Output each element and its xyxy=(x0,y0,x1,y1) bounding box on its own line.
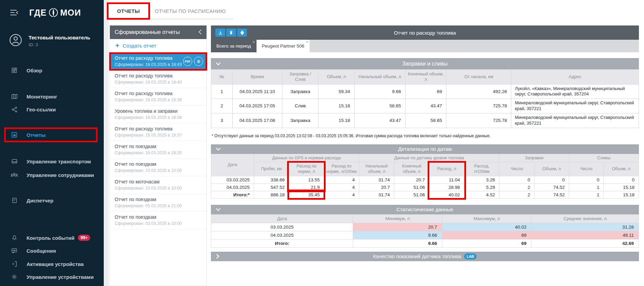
column-header: Пробег, км xyxy=(254,162,289,176)
dashboard-icon xyxy=(10,67,18,74)
collapse-panel-icon[interactable] xyxy=(198,29,202,35)
table-row: 3 04.03.2025 17:08 Заправка 15.18 43.47 … xyxy=(211,113,639,128)
table-cell: Минераловодский муниципальный округ, Ста… xyxy=(511,113,639,128)
column-header: Конечный объем, л xyxy=(405,70,446,85)
table-cell: 13.55 xyxy=(289,176,324,183)
sidebar-collapse-icon[interactable] xyxy=(10,9,18,16)
user-block[interactable]: Тестовый пользователь ID: 3 xyxy=(0,33,104,52)
sidebar-item-events[interactable]: Контроль событий 99+ xyxy=(6,231,96,245)
column-header: Число xyxy=(569,162,604,176)
sidebar-item-overview[interactable]: Обзор xyxy=(6,64,96,77)
table-cell: 886.18 xyxy=(254,191,289,198)
sidebar-item-activation[interactable]: Активация устройства xyxy=(6,257,96,271)
report-list-item[interactable]: Уровень топлива и заправки Сформирован: … xyxy=(110,106,207,123)
table-row: 03.03.2025 338.66 13.55 4 31.74 20.7 11.… xyxy=(211,176,639,183)
report-list-item[interactable]: Отчет по моточасам Сформирован: 10.03.20… xyxy=(110,176,207,194)
column-header: Минимум, л xyxy=(353,214,442,223)
employees-icon xyxy=(10,172,18,178)
print-button[interactable] xyxy=(237,29,247,37)
table-cell: 15.18 xyxy=(604,191,639,198)
section-fuel-events: Заправки и сливы № Время Заправка / Слив… xyxy=(211,58,639,128)
table-cell: 31.74 xyxy=(359,191,394,198)
chevron-down-icon[interactable] xyxy=(216,62,221,66)
report-list-item[interactable]: Отчет по расходу топлива Сформирован: 16… xyxy=(110,70,207,88)
table-cell: 3 xyxy=(211,113,233,128)
section-sensor-quality: Качество показаний датчика топлива LAB xyxy=(211,252,639,261)
statistics-bar[interactable]: Статистические данные xyxy=(211,205,639,214)
chevron-down-icon[interactable] xyxy=(216,147,221,151)
report-item-subtitle: Сформирован: 10.03.2025 в 10:00 xyxy=(115,168,202,173)
section-statistics: Статистические данные Дата Минимум, л Ма… xyxy=(211,205,639,248)
avatar-icon xyxy=(9,33,22,47)
table-cell: 58.65 xyxy=(405,113,446,128)
delete-button[interactable] xyxy=(226,29,236,37)
bell-icon xyxy=(10,234,18,241)
report-item-title: Отчет по расходу топлива xyxy=(115,91,202,96)
report-tab-period[interactable]: Всего за период × xyxy=(211,40,257,52)
column-header: Объем, л xyxy=(318,70,354,85)
report-list-item[interactable]: Отчет по поездкам Сформирован: 03.03.202… xyxy=(110,212,207,229)
tab-reports[interactable]: ОТЧЕТЫ xyxy=(110,3,147,19)
table-cell: 49.11 xyxy=(531,231,639,239)
pdf-button[interactable]: PDF xyxy=(183,57,192,66)
user-name: Тестовый пользователь xyxy=(29,35,90,40)
messages-icon xyxy=(10,247,18,254)
report-list-item[interactable]: Отчет по поездкам Сформирован: 16.03.202… xyxy=(110,141,207,159)
sidebar-item-reports[interactable]: Отчеты xyxy=(6,128,96,142)
report-list-item[interactable]: Отчет по поездкам Сформирован: 05.03.202… xyxy=(110,194,207,212)
close-icon[interactable]: × xyxy=(253,40,255,44)
chevron-down-icon[interactable] xyxy=(216,208,221,212)
table-cell: 28.98 xyxy=(429,183,464,191)
table-total-row: Итого: 9.66 69 42.69 xyxy=(211,239,639,247)
table-cell: 9.66 xyxy=(354,84,406,99)
column-group-header: Сливы xyxy=(569,154,639,162)
share-icon xyxy=(10,106,18,113)
download-button[interactable] xyxy=(215,29,225,37)
table-cell: 5.29 xyxy=(464,183,499,191)
sidebar-item-messages[interactable]: Сообщения xyxy=(6,244,96,257)
sidebar-item-monitoring[interactable]: Мониторинг xyxy=(6,90,96,103)
report-item-subtitle: Сформирован: 16.03.2025 в 18:30 xyxy=(115,150,202,155)
table-cell: 2 xyxy=(499,191,534,198)
report-settings-button[interactable] xyxy=(194,57,203,66)
create-report-button[interactable]: + Создать отчет xyxy=(110,39,207,53)
sidebar-item-dispatcher[interactable]: Диспетчер xyxy=(6,194,96,207)
column-header: № xyxy=(211,70,233,85)
sidebar-item-devices[interactable]: Управление устройствами xyxy=(6,270,96,284)
fuel-events-bar[interactable]: Заправки и сливы xyxy=(211,58,639,69)
report-item-title: Отчет по расходу топлива xyxy=(115,126,202,131)
chevron-right-icon[interactable] xyxy=(216,254,220,259)
table-cell: 04.03.2025 17:05 xyxy=(232,99,282,113)
sidebar-item-geolinks[interactable]: Гео-ссылки xyxy=(6,103,96,116)
report-item-title: Отчет по моточасам xyxy=(115,179,202,184)
app-logo[interactable]: ГДЕ МОИ xyxy=(29,7,81,18)
column-header: Объем, л xyxy=(604,162,639,176)
table-cell: Итого:* xyxy=(211,191,254,198)
table-cell: 492.26 xyxy=(446,84,511,99)
table-cell: 31.28 xyxy=(531,223,639,231)
column-header: Среднее значение, л xyxy=(531,214,639,223)
sidebar-gap-strip xyxy=(104,0,109,286)
report-title: Отчет по расходу топлива xyxy=(211,30,639,36)
close-icon[interactable]: × xyxy=(306,40,308,44)
table-cell: 3.26 xyxy=(464,176,499,183)
table-cell: 1 xyxy=(569,191,604,198)
section-title: Качество показаний датчика топлива xyxy=(373,253,461,259)
sidebar-item-employees[interactable]: Управление сотрудниками xyxy=(6,168,96,182)
report-list-item[interactable]: Отчет по расходу топлива Сформирован: 16… xyxy=(110,123,207,141)
table-cell: 4 xyxy=(324,183,359,191)
report-list-item[interactable]: Отчет по поездкам Сформирован: 10.03.202… xyxy=(110,159,207,176)
report-item-title: Отчет по поездкам xyxy=(115,161,202,167)
daily-details-bar[interactable]: Детализация по датам xyxy=(211,144,639,154)
tab-scheduled-reports[interactable]: ОТЧЕТЫ ПО РАСПИСАНИЮ xyxy=(147,3,233,19)
report-tab-vehicle[interactable]: Peugeot Partner 506 × xyxy=(257,40,310,52)
report-list-item[interactable]: Отчет по расходу топлива Сформирован: 16… xyxy=(110,53,207,70)
report-list-item[interactable]: Отчет по расходу топлива Сформирован: 16… xyxy=(110,88,207,106)
sidebar-item-transport[interactable]: Управление транспортом xyxy=(6,155,96,168)
sidebar-item-label: Мониторинг xyxy=(27,94,57,100)
section-title-wrap: Качество показаний датчика топлива LAB xyxy=(211,253,639,260)
sensor-quality-bar[interactable]: Качество показаний датчика топлива LAB xyxy=(211,252,639,261)
sidebar-item-label: Контроль событий xyxy=(27,235,75,241)
logo-text-right: МОИ xyxy=(60,8,81,18)
statistics-table: Дата Минимум, л Максимум, л Среднее знач… xyxy=(211,214,639,248)
